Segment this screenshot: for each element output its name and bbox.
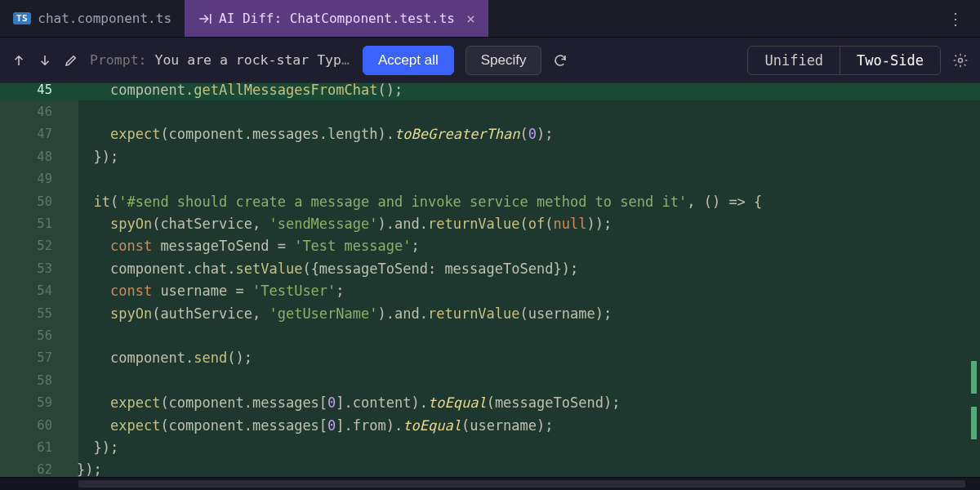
code-line[interactable]: 45 component.getAllMessagesFromChat(); <box>0 83 980 100</box>
line-number: 60 <box>0 418 65 433</box>
gear-icon[interactable] <box>952 52 969 69</box>
line-number: 48 <box>0 149 65 164</box>
line-number: 47 <box>0 127 65 141</box>
view-mode-segment: Unified Two-Side <box>747 46 941 75</box>
line-number: 46 <box>0 105 65 119</box>
code-content: }); <box>65 439 118 456</box>
pencil-icon[interactable] <box>64 53 78 68</box>
code-line[interactable]: 58 <box>0 369 980 391</box>
arrow-down-icon[interactable] <box>38 53 52 68</box>
code-line[interactable]: 53 component.chat.setValue({messageToSen… <box>0 257 980 279</box>
code-line[interactable]: 49 <box>0 168 980 190</box>
code-line[interactable]: 55 spyOn(authService, 'getUserName').and… <box>0 302 980 324</box>
ai-diff-icon <box>198 11 212 26</box>
code-content: component.chat.setValue({messageToSend: … <box>65 261 578 277</box>
tab-bar: TS chat.component.ts AI Diff: ChatCompon… <box>0 0 980 38</box>
code-line[interactable]: 61 }); <box>0 436 980 458</box>
code-content: const username = 'TestUser'; <box>65 283 345 299</box>
unified-option[interactable]: Unified <box>748 47 840 74</box>
code-line[interactable]: 50 it('#send should create a message and… <box>0 190 980 212</box>
line-number: 62 <box>0 462 65 477</box>
prompt-value: You are a rock-star TypeScrip… <box>154 52 351 68</box>
line-number: 50 <box>0 194 65 209</box>
code-line[interactable]: 48 }); <box>0 145 980 167</box>
prompt-label: Prompt: <box>90 52 147 68</box>
tab-label: AI Diff: ChatComponent.test.ts <box>219 11 455 26</box>
code-content: expect(component.messages[0].from).toEqu… <box>65 417 554 434</box>
line-number: 58 <box>0 373 65 388</box>
typescript-badge-icon: TS <box>13 12 31 24</box>
code-editor[interactable]: 45 component.getAllMessagesFromChat();46… <box>0 83 980 490</box>
code-line[interactable]: 59 expect(component.messages[0].content)… <box>0 391 980 413</box>
code-content: }); <box>65 461 102 478</box>
tab-label: chat.component.ts <box>38 11 172 26</box>
code-line[interactable]: 52 const messageToSend = 'Test message'; <box>0 235 980 257</box>
code-content: component.getAllMessagesFromChat(); <box>65 83 403 98</box>
code-line[interactable]: 47 expect(component.messages.length).toB… <box>0 123 980 145</box>
code-line[interactable]: 51 spyOn(chatService, 'sendMessage').and… <box>0 212 980 234</box>
close-icon[interactable]: × <box>466 11 475 26</box>
code-content: const messageToSend = 'Test message'; <box>65 238 420 254</box>
code-content: }); <box>65 149 118 165</box>
line-number: 45 <box>0 83 65 97</box>
code-line[interactable]: 57 component.send(); <box>0 347 980 369</box>
refresh-icon[interactable] <box>553 53 568 68</box>
line-number: 51 <box>0 216 65 231</box>
accept-all-button[interactable]: Accept all <box>363 46 454 75</box>
line-number: 59 <box>0 395 65 410</box>
line-number: 61 <box>0 440 65 455</box>
tab-ai-diff[interactable]: AI Diff: ChatComponent.test.ts × <box>185 0 488 37</box>
tab-chat-component[interactable]: TS chat.component.ts <box>0 0 185 37</box>
line-number: 55 <box>0 306 65 321</box>
diff-toolbar: Prompt: You are a rock-star TypeScrip… A… <box>0 38 980 83</box>
code-content: spyOn(chatService, 'sendMessage').and.re… <box>65 216 612 232</box>
code-content: component.send(); <box>65 350 252 366</box>
arrow-up-icon[interactable] <box>11 53 26 68</box>
line-number: 53 <box>0 261 65 276</box>
line-number: 49 <box>0 172 65 186</box>
line-number: 56 <box>0 328 65 343</box>
horizontal-scrollbar[interactable] <box>0 477 980 490</box>
svg-point-0 <box>959 58 963 62</box>
code-line[interactable]: 60 expect(component.messages[0].from).to… <box>0 414 980 436</box>
more-icon[interactable]: ⋮ <box>933 9 980 29</box>
two-side-option[interactable]: Two-Side <box>840 47 940 74</box>
scrollbar-thumb[interactable] <box>78 480 965 488</box>
specify-button[interactable]: Specify <box>466 46 542 75</box>
line-number: 57 <box>0 350 65 365</box>
code-content: expect(component.messages.length).toBeGr… <box>65 126 554 142</box>
code-content: expect(component.messages[0].content).to… <box>65 394 620 411</box>
code-line[interactable]: 46 <box>0 100 980 122</box>
line-number: 52 <box>0 238 65 253</box>
code-content: it('#send should create a message and in… <box>65 194 762 210</box>
code-content: spyOn(authService, 'getUserName').and.re… <box>65 305 612 322</box>
code-line[interactable]: 56 <box>0 324 980 346</box>
code-lines: 45 component.getAllMessagesFromChat();46… <box>0 83 980 481</box>
code-line[interactable]: 54 const username = 'TestUser'; <box>0 280 980 302</box>
line-number: 54 <box>0 283 65 298</box>
prompt-text: Prompt: You are a rock-star TypeScrip… <box>90 52 351 68</box>
